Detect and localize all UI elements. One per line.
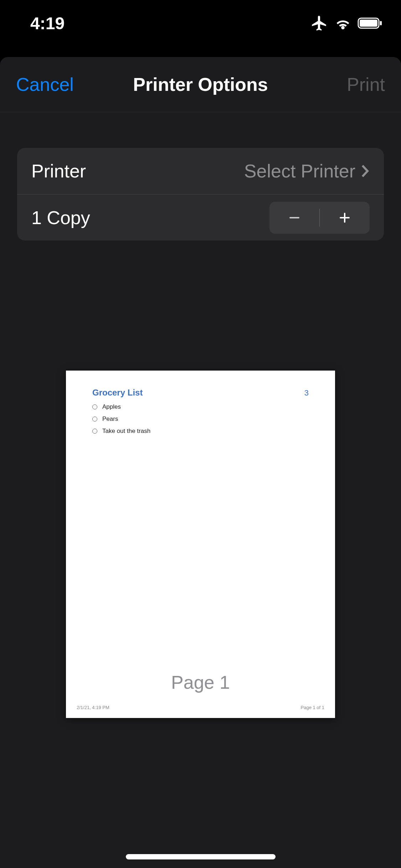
page-number-label: Page 1 (66, 661, 335, 697)
preview-page-1[interactable]: Grocery List 3 ApplesPearsTake out the t… (66, 371, 335, 718)
footer-date: 2/1/21, 4:19 PM (77, 705, 109, 710)
list-item-label: Apples (102, 403, 121, 410)
document-title: Grocery List (92, 388, 143, 398)
airplane-mode-icon (310, 14, 328, 32)
chevron-right-icon (360, 164, 370, 178)
status-icons (310, 14, 383, 32)
status-bar: 4:19 (0, 0, 401, 46)
printer-label: Printer (31, 160, 86, 182)
cancel-button[interactable]: Cancel (16, 74, 74, 95)
document-header: Grocery List 3 (92, 388, 309, 398)
checkbox-circle-icon (92, 417, 97, 422)
footer-page: Page 1 of 1 (301, 705, 325, 710)
page-content: Grocery List 3 ApplesPearsTake out the t… (66, 371, 335, 457)
list-item: Pears (92, 415, 309, 423)
copies-row: 1 Copy (17, 194, 384, 241)
decrement-button[interactable] (269, 202, 319, 234)
svg-rect-2 (380, 21, 382, 25)
plus-icon (338, 211, 352, 225)
minus-icon (287, 211, 302, 225)
document-items: ApplesPearsTake out the trash (92, 403, 309, 435)
print-preview-area: Grocery List 3 ApplesPearsTake out the t… (0, 278, 401, 868)
copies-stepper (269, 202, 370, 234)
navigation-bar: Cancel Printer Options Print (0, 57, 401, 112)
list-item-label: Pears (102, 415, 118, 423)
battery-icon (358, 17, 383, 30)
status-time: 4:19 (30, 14, 65, 33)
printer-options-sheet: Cancel Printer Options Print Printer Sel… (0, 57, 401, 868)
settings-group: Printer Select Printer 1 Copy (17, 148, 384, 241)
svg-rect-5 (344, 213, 345, 223)
svg-rect-1 (360, 20, 377, 27)
printer-value: Select Printer (244, 160, 355, 182)
checkbox-circle-icon (92, 429, 97, 434)
checkbox-circle-icon (92, 404, 97, 409)
list-item-label: Take out the trash (102, 428, 150, 435)
page-title: Printer Options (133, 74, 268, 95)
svg-rect-3 (289, 217, 299, 218)
increment-button[interactable] (320, 202, 370, 234)
document-footer: 2/1/21, 4:19 PM Page 1 of 1 (77, 705, 324, 710)
home-indicator[interactable] (126, 854, 276, 859)
list-item: Take out the trash (92, 428, 309, 435)
wifi-icon (335, 16, 351, 30)
document-count: 3 (304, 388, 309, 398)
printer-value-wrap: Select Printer (244, 160, 370, 182)
printer-row[interactable]: Printer Select Printer (17, 148, 384, 194)
print-button[interactable]: Print (347, 74, 385, 95)
copies-label: 1 Copy (31, 207, 90, 228)
list-item: Apples (92, 403, 309, 410)
